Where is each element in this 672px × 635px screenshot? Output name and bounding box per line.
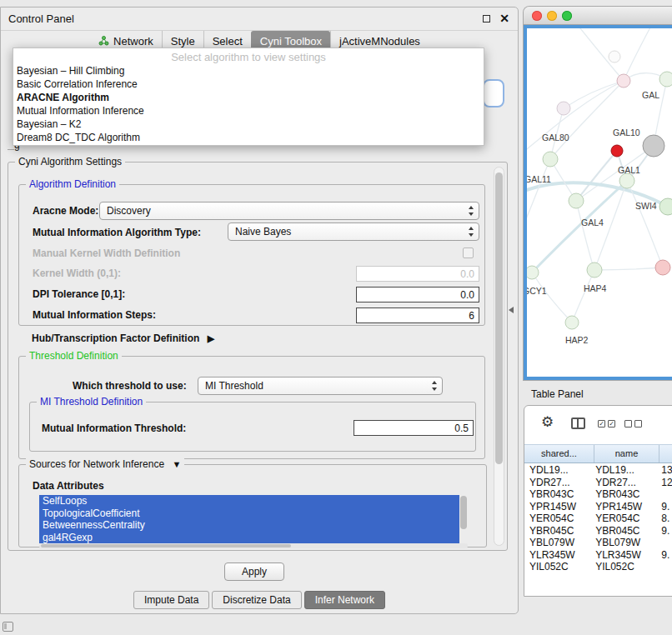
algorithm-option[interactable]: Bayesian – Hill Climbing: [13, 64, 484, 78]
close-window-icon[interactable]: [532, 11, 542, 21]
table-cell: 8.: [658, 512, 672, 525]
table-row[interactable]: YPR145WYPR145W9.: [524, 501, 672, 513]
checkbox-checked-icon: ✓: [598, 420, 605, 428]
mi-threshold-input[interactable]: [354, 420, 474, 436]
table-cell: YDL19...: [594, 464, 658, 477]
network-node[interactable]: [543, 152, 558, 167]
column-header-name[interactable]: name: [594, 445, 659, 462]
table-row[interactable]: YDR27...YDR27...12: [524, 477, 672, 489]
table-row[interactable]: YBR043CYBR043C: [524, 488, 672, 501]
checkbox-unchecked-icon: [634, 420, 642, 428]
network-node[interactable]: [609, 51, 620, 62]
manual-kernel-width-checkbox[interactable]: [463, 248, 474, 258]
algorithm-option[interactable]: ARACNE Algorithm: [13, 91, 484, 104]
table-body: YDL19...YDL19...13YDR27...YDR27...12YBR0…: [524, 464, 672, 596]
mi-steps-input[interactable]: [356, 308, 479, 323]
popup-placeholder: Select algorithm to view settings: [13, 50, 484, 64]
algorithm-option[interactable]: Dream8 DC_TDC Algorithm: [13, 131, 484, 144]
clipped-group-border: [8, 149, 14, 150]
network-node[interactable]: [643, 135, 664, 157]
network-node[interactable]: [617, 74, 630, 88]
attribute-list-scrollbar-thumb[interactable]: [460, 496, 467, 529]
manual-kernel-width-label: Manual Kernel Width Definition: [33, 244, 180, 262]
float-panel-icon[interactable]: [483, 15, 490, 22]
table-row[interactable]: YLR345WYLR345W9.: [524, 549, 672, 562]
gear-icon[interactable]: ⚙: [541, 414, 554, 431]
columns-icon[interactable]: [571, 418, 585, 429]
settings-scrollbar[interactable]: [494, 167, 504, 546]
tab-infer-network[interactable]: Infer Network: [304, 591, 385, 609]
zoom-window-icon[interactable]: [562, 11, 572, 21]
table-cell: YLR345W: [594, 549, 658, 562]
network-node[interactable]: [659, 72, 672, 87]
network-canvas[interactable]: GALGAL80GAL10GAL11GAL1SWI4GAL4GCY1HAP4HA…: [524, 25, 672, 380]
hub-transcription-factor-section[interactable]: Hub/Transcription Factor Definition ▶: [32, 332, 214, 344]
tab-discretize-data[interactable]: Discretize Data: [212, 591, 301, 609]
group-title: MI Threshold Definition: [37, 396, 146, 408]
mi-algorithm-type-select[interactable]: Naive Bayes: [228, 222, 479, 241]
split-collapse-arrow[interactable]: [509, 307, 514, 313]
network-node-label: HAP2: [565, 335, 589, 345]
table-cell: YDL19...: [524, 464, 594, 477]
expand-down-icon: ▼: [172, 459, 181, 469]
attribute-list-item[interactable]: gal4RGexp: [39, 532, 468, 544]
apply-button[interactable]: Apply: [224, 562, 284, 581]
network-node[interactable]: [587, 262, 602, 278]
table-row[interactable]: YDL19...YDL19...13: [524, 464, 672, 477]
attribute-list-scrollbar[interactable]: [459, 495, 468, 543]
attribute-list-hscrollbar-thumb[interactable]: [41, 544, 291, 548]
cyni-algorithm-settings-group: Cyni Algorithm Settings Algorithm Defini…: [8, 162, 508, 551]
mi-algorithm-type-value: Naive Bayes: [235, 226, 291, 238]
minimize-window-icon[interactable]: [547, 11, 557, 21]
table-row[interactable]: YER054CYER054C8.: [524, 512, 672, 525]
table-row[interactable]: YBL079WYBL079W: [524, 537, 672, 549]
table-cell: YBR045C: [594, 525, 658, 538]
tab-label: Network: [113, 35, 153, 48]
which-threshold-select[interactable]: MI Threshold: [198, 377, 443, 395]
column-header-shared-name[interactable]: shared...: [524, 445, 594, 462]
tab-label: Select: [213, 35, 243, 48]
algorithm-option[interactable]: Basic Correlation Inference: [13, 78, 484, 91]
tab-impute-data[interactable]: Impute Data: [133, 591, 209, 609]
attribute-list-hscrollbar[interactable]: [39, 543, 468, 548]
table-cell: YBL079W: [524, 537, 594, 549]
algorithm-option[interactable]: Bayesian – K2: [13, 118, 484, 131]
network-node[interactable]: [565, 316, 579, 329]
table-row[interactable]: YBR045CYBR045C9.: [524, 525, 672, 538]
network-window-titlebar[interactable]: [524, 7, 672, 25]
network-node[interactable]: [619, 173, 634, 188]
dock-panel-icon[interactable]: [3, 622, 13, 632]
network-node[interactable]: [569, 193, 584, 208]
dpi-tolerance-input[interactable]: [356, 287, 479, 302]
hub-section-label: Hub/Transcription Factor Definition: [32, 332, 199, 344]
dock-panel-icon-bar: [4, 623, 7, 629]
table-cell: YLR345W: [524, 549, 594, 562]
network-node-label: GAL4: [581, 218, 604, 228]
attribute-list-item[interactable]: SelfLoops: [39, 495, 468, 508]
attribute-list-item[interactable]: BetweennessCentrality: [39, 519, 468, 532]
table-cell: YBR043C: [594, 488, 658, 501]
network-node[interactable]: [659, 198, 672, 215]
column-header-clipped[interactable]: [659, 445, 672, 462]
algorithm-option[interactable]: Mutual Information Inference: [13, 104, 484, 118]
aracne-mode-value: Discovery: [107, 205, 151, 217]
attribute-list[interactable]: SelfLoopsTopologicalCoefficientBetweenne…: [39, 495, 468, 543]
network-node[interactable]: [557, 102, 570, 115]
network-node[interactable]: [611, 145, 623, 157]
network-node-label: GAL10: [613, 128, 640, 138]
network-view-window: GALGAL80GAL10GAL11GAL1SWI4GAL4GCY1HAP4HA…: [524, 7, 672, 380]
table-cell: YDR27...: [594, 477, 658, 489]
group-title: Threshold Definition: [26, 350, 122, 362]
sources-group-title[interactable]: Sources for Network Inference ▼: [26, 458, 184, 470]
network-node[interactable]: [655, 260, 670, 275]
aracne-mode-select[interactable]: Discovery: [99, 202, 479, 220]
checked-boxes-icon[interactable]: ✓ ✓: [598, 420, 615, 428]
network-node-label: SWI4: [635, 201, 657, 211]
kernel-width-input[interactable]: [356, 266, 479, 282]
table-row[interactable]: YIL052CYIL052C: [524, 561, 672, 573]
attribute-list-item[interactable]: TopologicalCoefficient: [39, 508, 468, 520]
unchecked-boxes-icon[interactable]: [624, 420, 642, 428]
close-icon[interactable]: ✕: [499, 12, 509, 25]
network-node[interactable]: [527, 266, 539, 279]
settings-scrollbar-thumb[interactable]: [495, 172, 503, 464]
